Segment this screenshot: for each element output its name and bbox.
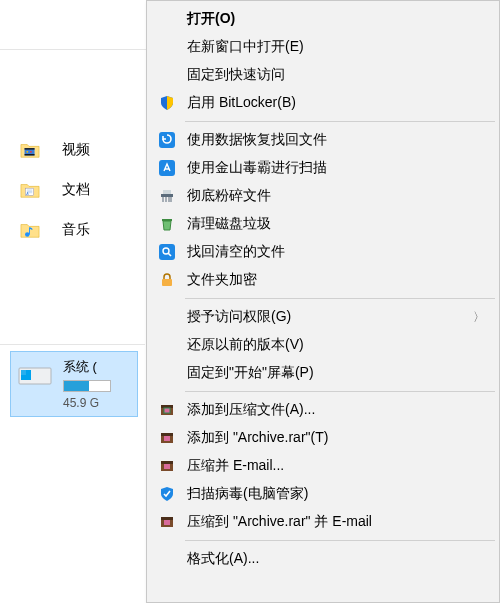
rar-icon (157, 428, 177, 448)
shield-icon (157, 93, 177, 113)
svg-rect-17 (161, 194, 173, 197)
folder-videos-icon (20, 140, 40, 160)
library-label: 文档 (62, 181, 90, 199)
svg-rect-23 (162, 219, 172, 221)
menu-grant-access[interactable]: 授予访问权限(G) 〉 (149, 303, 497, 331)
svg-rect-37 (164, 464, 170, 469)
menu-add-archive[interactable]: 添加到压缩文件(A)... (149, 396, 497, 424)
menu-separator (185, 540, 495, 541)
svg-rect-11 (29, 227, 30, 234)
antivirus-icon (157, 158, 177, 178)
menu-separator (185, 298, 495, 299)
folder-music-icon (20, 220, 40, 240)
menu-data-recovery[interactable]: 使用数据恢复找回文件 (149, 126, 497, 154)
recovery-icon (157, 130, 177, 150)
menu-compress-email[interactable]: 压缩并 E-mail... (149, 452, 497, 480)
svg-rect-36 (161, 461, 173, 464)
library-label: 视频 (62, 141, 90, 159)
drive-icon (17, 358, 53, 391)
menu-compress-rar-email[interactable]: 压缩到 "Archive.rar" 并 E-mail (149, 508, 497, 536)
menu-separator (185, 121, 495, 122)
svg-rect-2 (25, 154, 35, 155)
menu-restore-previous[interactable]: 还原以前的版本(V) (149, 331, 497, 359)
svg-rect-30 (164, 408, 170, 413)
menu-bitlocker[interactable]: 启用 BitLocker(B) (149, 89, 497, 117)
trash-clean-icon (157, 214, 177, 234)
submenu-arrow-icon: 〉 (473, 309, 485, 326)
svg-rect-14 (21, 370, 26, 375)
lock-icon (157, 270, 177, 290)
menu-clean-disk[interactable]: 清理磁盘垃圾 (149, 210, 497, 238)
folder-documents-icon: A (20, 180, 40, 200)
svg-rect-34 (164, 436, 170, 441)
svg-point-10 (25, 232, 30, 237)
library-music[interactable]: 音乐 (0, 210, 145, 250)
svg-rect-40 (164, 520, 170, 525)
rar-icon (157, 512, 177, 532)
shredder-icon (157, 186, 177, 206)
menu-folder-encrypt[interactable]: 文件夹加密 (149, 266, 497, 294)
menu-add-archive-rar[interactable]: 添加到 "Archive.rar"(T) (149, 424, 497, 452)
drive-name: 系统 ( (63, 358, 111, 376)
menu-pin-start[interactable]: 固定到"开始"屏幕(P) (149, 359, 497, 387)
shield-scan-icon (157, 484, 177, 504)
drive-info: 系统 ( 45.9 G (63, 358, 111, 410)
rar-icon (157, 400, 177, 420)
library-videos[interactable]: 视频 (0, 130, 145, 170)
svg-rect-24 (159, 244, 175, 260)
explorer-content-pane: 视频 A 文档 音乐 (0, 50, 145, 417)
drive-size: 45.9 G (63, 396, 111, 410)
menu-format[interactable]: 格式化(A)... (149, 545, 497, 573)
svg-rect-1 (25, 148, 35, 149)
svg-point-4 (30, 151, 32, 153)
menu-shred[interactable]: 彻底粉碎文件 (149, 182, 497, 210)
svg-text:A: A (25, 192, 29, 196)
drive-item-system[interactable]: 系统 ( 45.9 G (10, 351, 138, 417)
drive-usage-bar (63, 380, 111, 392)
context-menu: 打开(O) 在新窗口中打开(E) 固定到快速访问 启用 BitLocker(B)… (146, 0, 500, 603)
menu-scan-virus[interactable]: 扫描病毒(电脑管家) (149, 480, 497, 508)
svg-rect-33 (161, 433, 173, 436)
menu-separator (185, 391, 495, 392)
menu-find-emptied[interactable]: 找回清空的文件 (149, 238, 497, 266)
svg-rect-27 (162, 279, 172, 286)
menu-open[interactable]: 打开(O) (149, 5, 497, 33)
svg-point-3 (26, 151, 28, 153)
rar-icon (157, 456, 177, 476)
recycle-search-icon (157, 242, 177, 262)
library-label: 音乐 (62, 221, 90, 239)
menu-jinshan-scan[interactable]: 使用金山毒霸进行扫描 (149, 154, 497, 182)
menu-pin-quick-access[interactable]: 固定到快速访问 (149, 61, 497, 89)
library-documents[interactable]: A 文档 (0, 170, 145, 210)
svg-rect-39 (161, 517, 173, 520)
pane-separator (0, 344, 145, 345)
menu-open-new-window[interactable]: 在新窗口中打开(E) (149, 33, 497, 61)
svg-rect-18 (163, 190, 171, 194)
